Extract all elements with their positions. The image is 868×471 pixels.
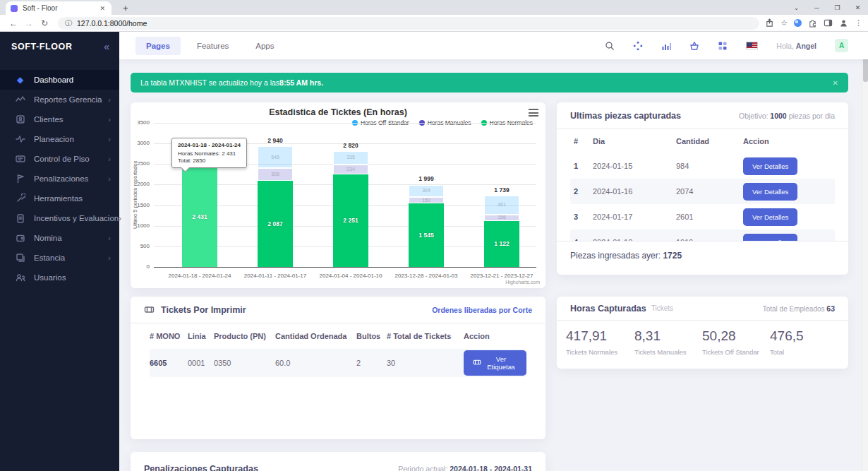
sidebar-item-estancia[interactable]: Estancia ›	[0, 248, 119, 268]
sidebar-item-dashboard[interactable]: ◆ Dashboard	[0, 70, 119, 90]
sidebar-item-nomina[interactable]: Nomina ›	[0, 228, 119, 248]
browser-menu-icon[interactable]: ⋮	[855, 18, 862, 28]
x-axis-line	[154, 267, 536, 268]
addressbar-actions: ☆ ⋮	[765, 18, 862, 28]
x-category-label: 2024-01-18 - 2024-01-24	[157, 273, 242, 279]
bar-chart-icon[interactable]	[661, 41, 671, 51]
forward-icon[interactable]: →	[21, 18, 37, 28]
url-bar[interactable]: ⓘ 127.0.0.1:8000/home	[58, 17, 759, 30]
tab-close-icon[interactable]: ✕	[98, 4, 107, 13]
bar-segment[interactable]: 545	[258, 146, 293, 169]
tab-search-icon[interactable]: ⌄	[786, 0, 807, 15]
table-row: 4 2024-01-18 1919 Ver Detalles	[570, 229, 835, 241]
ver-detalles-button[interactable]: Ver Detalles	[743, 183, 797, 201]
basket-icon[interactable]	[689, 41, 699, 51]
clipboard-icon	[15, 213, 25, 224]
extensions-puzzle-icon[interactable]	[808, 18, 817, 28]
sidebar-item-usuarios[interactable]: Usuarios	[0, 268, 119, 287]
bar-segment[interactable]: 156	[484, 215, 519, 221]
url-text[interactable]: 127.0.0.1:8000/home	[77, 19, 147, 28]
activity-icon	[15, 95, 25, 105]
sidebar-item-penalizaciones[interactable]: Penalizaciones ›	[0, 169, 119, 189]
pulse-icon	[15, 134, 25, 145]
update-banner: La tabla MTXNHIST se actualizo hoy a las…	[131, 73, 848, 93]
ver-detalles-button[interactable]: Ver Detalles	[743, 234, 797, 242]
bar-segment[interactable]: 2 087	[258, 181, 293, 267]
move-dots-icon[interactable]	[633, 41, 643, 51]
browser-tab[interactable]: Soft - Floor ✕	[6, 1, 111, 15]
us-flag-icon[interactable]	[746, 42, 758, 49]
chevron-right-icon: ›	[108, 234, 111, 242]
penalizaciones-title: Penalizaciones Capturadas	[144, 464, 258, 471]
share-icon[interactable]	[765, 18, 774, 28]
sidebar-item-planeacion[interactable]: Planeacion ›	[0, 129, 119, 149]
bar-value-label: 461	[485, 202, 519, 207]
back-icon[interactable]: ←	[6, 18, 21, 28]
minimize-button[interactable]: ─	[807, 0, 827, 15]
horas-stats: 417,91 Tickets Normales 8,31 Tickets Man…	[557, 321, 848, 356]
chart-title: Estadistica de Ticktes (En horas)	[131, 107, 545, 117]
bar-segment[interactable]: 234	[333, 165, 368, 174]
site-info-icon[interactable]: ⓘ	[65, 18, 72, 28]
bar-total-label: 1 739	[474, 186, 530, 193]
ver-detalles-button[interactable]: Ver Detalles	[743, 157, 797, 175]
bar-segment[interactable]: 304	[409, 185, 444, 198]
bar-total-label: 1 999	[398, 175, 454, 182]
bar-segment[interactable]: 1 545	[409, 203, 444, 267]
bar-segment[interactable]: 461	[484, 196, 519, 215]
bar-value-label: 335	[334, 155, 368, 160]
bookmark-star-icon[interactable]: ☆	[780, 18, 788, 28]
bar-segment[interactable]: 1 122	[484, 221, 519, 267]
search-icon[interactable]	[605, 41, 615, 51]
piezas-card: Ultimas piezas capturadas Objetivo: 1000…	[557, 102, 848, 275]
piezas-table-header: # Dia Cantidad Accion	[570, 129, 835, 153]
bar-segment[interactable]: 2 251	[333, 174, 368, 267]
close-button[interactable]: ✕	[848, 0, 868, 15]
chevron-right-icon: ›	[108, 155, 111, 163]
side-panel-icon[interactable]	[824, 18, 833, 28]
main-content: La tabla MTXNHIST se actualizo hoy a las…	[119, 59, 868, 471]
sidebar-item-control-de-piso[interactable]: Control de Piso ›	[0, 149, 119, 169]
user-avatar[interactable]: A	[835, 39, 848, 52]
sidebar-item-incentivos[interactable]: Incentivos y Evaluacion ›	[0, 208, 119, 228]
banner-close-icon[interactable]: ✕	[833, 79, 838, 87]
bar-segment[interactable]: 2 431	[182, 167, 217, 267]
extension-badge-icon[interactable]	[794, 19, 802, 27]
scrollbar[interactable]: ▲	[862, 32, 868, 471]
empleados-label: Total de Empleados 63	[763, 304, 835, 313]
piezas-title: Ultimas piezas capturadas	[570, 111, 681, 121]
y-tick-label: 2500	[126, 160, 150, 167]
sidebar: SOFT-FLOOR « ◆ Dashboard Reportes Gerenc…	[0, 32, 119, 471]
table-row: 6605 0001 0350 60.0 2 30 Ver Etiquetas	[150, 349, 526, 377]
tab-features[interactable]: Features	[186, 37, 239, 55]
new-tab-button[interactable]: +	[119, 3, 133, 15]
sidebar-item-clientes[interactable]: Clientes ›	[0, 109, 119, 129]
bar-segment[interactable]: 335	[333, 151, 368, 165]
x-category-label: 2023-12-21 - 2023-12-27	[459, 273, 544, 279]
objetivo-label: Objetivo: 1000 piezas por dia	[739, 112, 835, 120]
apps-grid-icon[interactable]	[718, 41, 728, 51]
banner-text: La tabla MTXNHIST se actualizo hoy a las	[140, 78, 279, 87]
window-controls: ⌄ ─ ❐ ✕	[786, 0, 868, 15]
bar-segment[interactable]: 308	[258, 168, 293, 181]
horas-title: Horas Capturadas	[570, 304, 646, 314]
restore-button[interactable]: ❐	[827, 0, 848, 15]
ver-etiquetas-button[interactable]: Ver Etiquetas	[464, 350, 526, 376]
ordenes-liberadas-link[interactable]: Ordenes liberadas por Corte	[432, 306, 532, 314]
stat-tickets-manuales: 8,31 Tickets Manuales	[634, 328, 702, 356]
profile-icon[interactable]	[839, 18, 848, 28]
tab-apps[interactable]: Apps	[245, 37, 284, 55]
layers-icon	[15, 253, 25, 263]
brand-logo: SOFT-FLOOR	[11, 42, 104, 52]
sidebar-item-reportes-gerencia[interactable]: Reportes Gerencia ›	[0, 90, 119, 109]
reload-icon[interactable]: ↻	[37, 18, 52, 28]
horas-capturadas-card: Horas Capturadas Tickets Total de Emplea…	[557, 297, 848, 369]
tab-pages[interactable]: Pages	[135, 37, 181, 55]
bar-value-label: 150	[409, 198, 443, 203]
chart-export-menu-icon[interactable]	[529, 109, 538, 119]
ver-detalles-button[interactable]: Ver Detalles	[743, 208, 797, 226]
bar-segment[interactable]: 150	[409, 197, 444, 203]
sidebar-item-herramientas[interactable]: Herramientas	[0, 189, 119, 208]
sidebar-collapse-icon[interactable]: «	[104, 41, 109, 52]
panel-lines-icon	[15, 154, 25, 165]
